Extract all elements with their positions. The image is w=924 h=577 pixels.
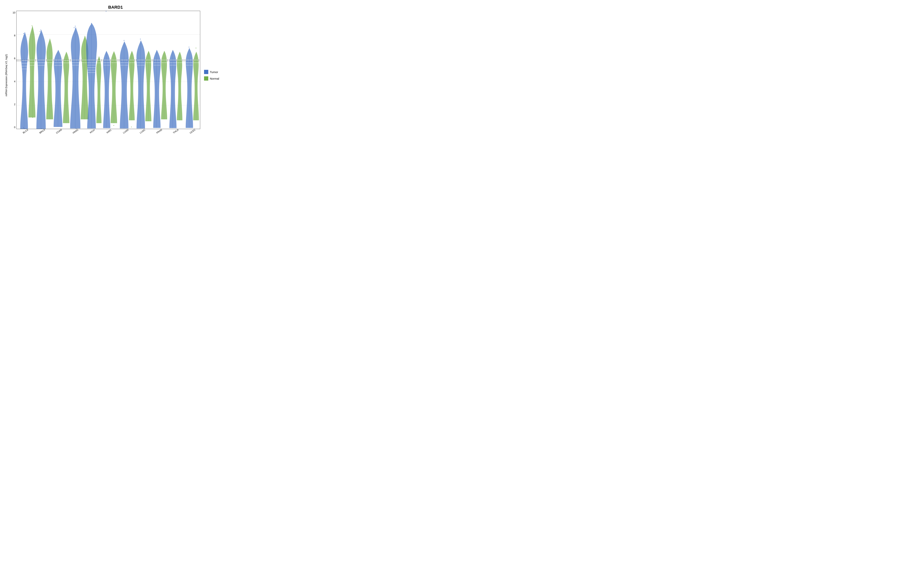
legend-tumor-label: Tumor: [210, 70, 218, 74]
y-tick-8: 8: [14, 34, 15, 37]
violin-svg: [16, 11, 200, 129]
thca-tumor: [170, 50, 176, 128]
legend-tumor: Tumor: [204, 70, 227, 74]
y-tick-6: 6: [14, 57, 15, 60]
chart-container: BARD1 mRNA Expression (RNASeq V2, log2) …: [4, 3, 227, 141]
prad-tumor: [153, 50, 161, 128]
x-axis-area: BLCA BRCA COAD HNSC KICH KIRC LUAD LUSC …: [10, 129, 200, 140]
plot-and-x: 10 8 6 4 2 0: [10, 11, 200, 140]
y-tick-0: 0: [14, 126, 15, 129]
svg-point-77: [75, 26, 76, 27]
svg-point-69: [23, 33, 24, 34]
legend-normal-label: Normal: [210, 77, 219, 80]
plot-canvas: [16, 11, 200, 129]
y-tick-2: 2: [14, 103, 15, 106]
legend-normal: Normal: [204, 76, 227, 81]
svg-point-85: [140, 39, 141, 39]
svg-point-75: [40, 31, 40, 32]
tumor-color-box: [204, 70, 208, 74]
svg-point-72: [32, 26, 32, 26]
svg-point-81: [106, 11, 107, 11]
blca-normal: [29, 26, 36, 118]
y-ticks: 10 8 6 4 2 0: [10, 11, 16, 129]
y-axis-label: mRNA Expression (RNASeq V2, log2): [4, 11, 10, 140]
svg-point-82: [113, 125, 114, 126]
svg-point-78: [74, 27, 74, 28]
chart-area: mRNA Expression (RNASeq V2, log2) 10 8 6…: [4, 11, 227, 140]
plot-wrapper: 10 8 6 4 2 0: [10, 11, 200, 129]
svg-point-86: [189, 47, 189, 47]
chart-title: BARD1: [4, 3, 227, 11]
kirc-tumor: [103, 51, 110, 128]
svg-point-71: [23, 127, 24, 128]
legend-area: Tumor Normal: [200, 11, 227, 140]
y-tick-4: 4: [14, 80, 15, 83]
lusc-tumor: [136, 40, 145, 129]
brca-tumor: [36, 30, 46, 129]
luad-tumor: [120, 41, 129, 129]
ucec-tumor: [186, 48, 193, 128]
svg-point-87: [195, 48, 196, 48]
lusc-normal: [145, 51, 151, 121]
y-tick-10: 10: [13, 11, 15, 14]
normal-color-box: [204, 76, 208, 81]
svg-point-83: [124, 40, 124, 41]
x-labels: BLCA BRCA COAD HNSC KICH KIRC LUAD LUSC …: [16, 129, 200, 140]
